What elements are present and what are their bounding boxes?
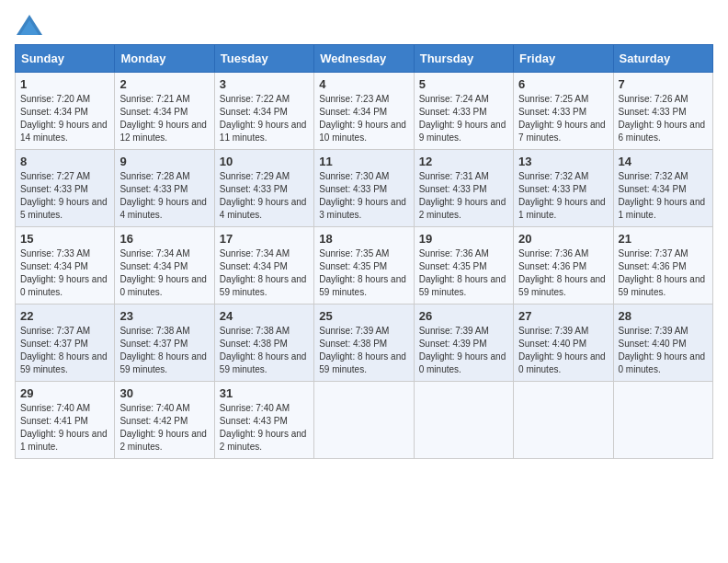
day-number: 19 bbox=[419, 232, 508, 246]
calendar-cell bbox=[314, 382, 414, 459]
page-header bbox=[15, 15, 713, 35]
day-number: 12 bbox=[419, 155, 508, 168]
day-number: 21 bbox=[619, 232, 708, 246]
calendar-cell: 7 Sunrise: 7:26 AMSunset: 4:33 PMDayligh… bbox=[613, 73, 712, 150]
day-number: 18 bbox=[319, 232, 408, 246]
day-info: Sunrise: 7:22 AMSunset: 4:34 PMDaylight:… bbox=[220, 94, 307, 143]
calendar-header: SundayMondayTuesdayWednesdayThursdayFrid… bbox=[16, 45, 713, 73]
day-number: 5 bbox=[419, 77, 508, 91]
day-number: 30 bbox=[119, 386, 209, 400]
day-info: Sunrise: 7:39 AMSunset: 4:40 PMDaylight:… bbox=[518, 326, 606, 374]
day-info: Sunrise: 7:39 AMSunset: 4:39 PMDaylight:… bbox=[419, 326, 506, 374]
days-header-row: SundayMondayTuesdayWednesdayThursdayFrid… bbox=[16, 45, 713, 73]
day-number: 17 bbox=[220, 232, 309, 246]
calendar-cell bbox=[613, 382, 712, 459]
calendar-cell: 5 Sunrise: 7:24 AMSunset: 4:33 PMDayligh… bbox=[414, 73, 513, 150]
calendar-cell: 2 Sunrise: 7:21 AMSunset: 4:34 PMDayligh… bbox=[115, 73, 214, 150]
day-number: 14 bbox=[619, 155, 708, 168]
calendar-cell: 31 Sunrise: 7:40 AMSunset: 4:43 PMDaylig… bbox=[214, 382, 313, 459]
day-info: Sunrise: 7:32 AMSunset: 4:33 PMDaylight:… bbox=[518, 171, 606, 220]
calendar-cell: 8 Sunrise: 7:27 AMSunset: 4:33 PMDayligh… bbox=[16, 150, 115, 227]
calendar-cell: 17 Sunrise: 7:34 AMSunset: 4:34 PMDaylig… bbox=[214, 227, 313, 304]
day-header-saturday: Saturday bbox=[613, 45, 712, 73]
calendar-cell: 9 Sunrise: 7:28 AMSunset: 4:33 PMDayligh… bbox=[115, 150, 214, 227]
calendar-cell bbox=[414, 382, 513, 459]
day-info: Sunrise: 7:34 AMSunset: 4:34 PMDaylight:… bbox=[220, 248, 307, 297]
day-info: Sunrise: 7:40 AMSunset: 4:41 PMDaylight:… bbox=[20, 403, 108, 452]
calendar-cell: 10 Sunrise: 7:29 AMSunset: 4:33 PMDaylig… bbox=[214, 150, 313, 227]
day-number: 28 bbox=[619, 309, 708, 323]
day-number: 15 bbox=[20, 232, 109, 246]
day-info: Sunrise: 7:28 AMSunset: 4:33 PMDaylight:… bbox=[119, 171, 207, 220]
calendar-cell: 23 Sunrise: 7:38 AMSunset: 4:37 PMDaylig… bbox=[115, 304, 214, 382]
day-number: 8 bbox=[20, 155, 109, 168]
day-header-wednesday: Wednesday bbox=[314, 45, 414, 73]
calendar-cell: 14 Sunrise: 7:32 AMSunset: 4:34 PMDaylig… bbox=[613, 150, 712, 227]
day-info: Sunrise: 7:37 AMSunset: 4:36 PMDaylight:… bbox=[619, 248, 706, 297]
day-info: Sunrise: 7:30 AMSunset: 4:33 PMDaylight:… bbox=[319, 171, 406, 220]
calendar-cell: 4 Sunrise: 7:23 AMSunset: 4:34 PMDayligh… bbox=[314, 73, 414, 150]
day-info: Sunrise: 7:36 AMSunset: 4:36 PMDaylight:… bbox=[518, 248, 606, 297]
calendar-cell: 3 Sunrise: 7:22 AMSunset: 4:34 PMDayligh… bbox=[214, 73, 313, 150]
calendar-cell bbox=[514, 382, 613, 459]
day-number: 23 bbox=[119, 309, 209, 323]
day-info: Sunrise: 7:21 AMSunset: 4:34 PMDaylight:… bbox=[119, 94, 207, 143]
calendar-week-4: 22 Sunrise: 7:37 AMSunset: 4:37 PMDaylig… bbox=[16, 304, 713, 382]
logo bbox=[15, 15, 42, 35]
day-info: Sunrise: 7:29 AMSunset: 4:33 PMDaylight:… bbox=[220, 171, 307, 220]
calendar-cell: 27 Sunrise: 7:39 AMSunset: 4:40 PMDaylig… bbox=[514, 304, 613, 382]
day-info: Sunrise: 7:38 AMSunset: 4:37 PMDaylight:… bbox=[119, 326, 207, 374]
day-header-tuesday: Tuesday bbox=[214, 45, 313, 73]
day-info: Sunrise: 7:39 AMSunset: 4:38 PMDaylight:… bbox=[319, 326, 406, 374]
day-number: 16 bbox=[119, 232, 209, 246]
day-info: Sunrise: 7:31 AMSunset: 4:33 PMDaylight:… bbox=[419, 171, 506, 220]
day-info: Sunrise: 7:24 AMSunset: 4:33 PMDaylight:… bbox=[419, 94, 506, 143]
day-header-sunday: Sunday bbox=[16, 45, 115, 73]
calendar-cell: 18 Sunrise: 7:35 AMSunset: 4:35 PMDaylig… bbox=[314, 227, 414, 304]
calendar-table: SundayMondayTuesdayWednesdayThursdayFrid… bbox=[15, 44, 713, 459]
calendar-cell: 20 Sunrise: 7:36 AMSunset: 4:36 PMDaylig… bbox=[514, 227, 613, 304]
day-number: 2 bbox=[119, 77, 209, 91]
day-info: Sunrise: 7:25 AMSunset: 4:33 PMDaylight:… bbox=[518, 94, 606, 143]
calendar-week-5: 29 Sunrise: 7:40 AMSunset: 4:41 PMDaylig… bbox=[16, 382, 713, 459]
calendar-cell: 12 Sunrise: 7:31 AMSunset: 4:33 PMDaylig… bbox=[414, 150, 513, 227]
day-number: 1 bbox=[20, 77, 109, 91]
day-number: 7 bbox=[619, 77, 708, 91]
calendar-cell: 30 Sunrise: 7:40 AMSunset: 4:42 PMDaylig… bbox=[115, 382, 214, 459]
day-number: 27 bbox=[518, 309, 608, 323]
day-number: 29 bbox=[20, 386, 109, 400]
calendar-cell: 1 Sunrise: 7:20 AMSunset: 4:34 PMDayligh… bbox=[16, 73, 115, 150]
calendar-body: 1 Sunrise: 7:20 AMSunset: 4:34 PMDayligh… bbox=[16, 73, 713, 459]
day-info: Sunrise: 7:27 AMSunset: 4:33 PMDaylight:… bbox=[20, 171, 108, 220]
calendar-week-3: 15 Sunrise: 7:33 AMSunset: 4:34 PMDaylig… bbox=[16, 227, 713, 304]
day-number: 22 bbox=[20, 309, 109, 323]
day-info: Sunrise: 7:36 AMSunset: 4:35 PMDaylight:… bbox=[419, 248, 506, 297]
day-header-friday: Friday bbox=[514, 45, 613, 73]
day-number: 13 bbox=[518, 155, 608, 168]
logo-icon bbox=[17, 15, 42, 35]
calendar-week-2: 8 Sunrise: 7:27 AMSunset: 4:33 PMDayligh… bbox=[16, 150, 713, 227]
day-number: 11 bbox=[319, 155, 408, 168]
day-number: 20 bbox=[518, 232, 608, 246]
day-info: Sunrise: 7:26 AMSunset: 4:33 PMDaylight:… bbox=[619, 94, 706, 143]
day-info: Sunrise: 7:23 AMSunset: 4:34 PMDaylight:… bbox=[319, 94, 406, 143]
day-number: 9 bbox=[119, 155, 209, 168]
day-info: Sunrise: 7:40 AMSunset: 4:42 PMDaylight:… bbox=[119, 403, 207, 452]
day-info: Sunrise: 7:32 AMSunset: 4:34 PMDaylight:… bbox=[619, 171, 706, 220]
calendar-cell: 26 Sunrise: 7:39 AMSunset: 4:39 PMDaylig… bbox=[414, 304, 513, 382]
day-info: Sunrise: 7:37 AMSunset: 4:37 PMDaylight:… bbox=[20, 326, 108, 374]
day-info: Sunrise: 7:35 AMSunset: 4:35 PMDaylight:… bbox=[319, 248, 406, 297]
day-header-thursday: Thursday bbox=[414, 45, 513, 73]
day-info: Sunrise: 7:34 AMSunset: 4:34 PMDaylight:… bbox=[119, 248, 207, 297]
day-number: 26 bbox=[419, 309, 508, 323]
calendar-cell: 21 Sunrise: 7:37 AMSunset: 4:36 PMDaylig… bbox=[613, 227, 712, 304]
day-info: Sunrise: 7:33 AMSunset: 4:34 PMDaylight:… bbox=[20, 248, 108, 297]
day-info: Sunrise: 7:20 AMSunset: 4:34 PMDaylight:… bbox=[20, 94, 108, 143]
calendar-week-1: 1 Sunrise: 7:20 AMSunset: 4:34 PMDayligh… bbox=[16, 73, 713, 150]
day-number: 24 bbox=[220, 309, 309, 323]
calendar-cell: 19 Sunrise: 7:36 AMSunset: 4:35 PMDaylig… bbox=[414, 227, 513, 304]
calendar-cell: 25 Sunrise: 7:39 AMSunset: 4:38 PMDaylig… bbox=[314, 304, 414, 382]
calendar-cell: 11 Sunrise: 7:30 AMSunset: 4:33 PMDaylig… bbox=[314, 150, 414, 227]
day-number: 6 bbox=[518, 77, 608, 91]
day-info: Sunrise: 7:38 AMSunset: 4:38 PMDaylight:… bbox=[220, 326, 307, 374]
